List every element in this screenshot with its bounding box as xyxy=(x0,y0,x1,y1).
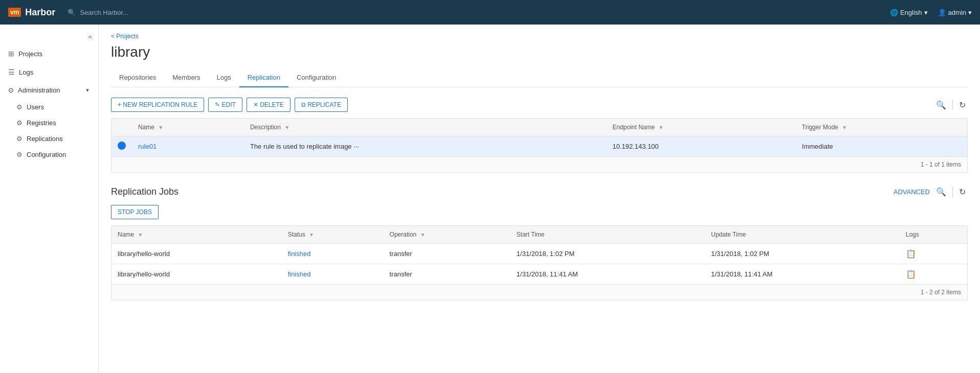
sidebar-subitems: ⚙ Users ⚙ Registries ⚙ Replications ⚙ Co… xyxy=(0,99,98,162)
sidebar-item-label: Logs xyxy=(19,68,33,76)
collapse-icon: « xyxy=(88,33,92,40)
sidebar-item-label: Projects xyxy=(18,50,42,58)
globe-icon: 🌐 xyxy=(890,9,898,16)
col-trigger[interactable]: Trigger Mode ▼ xyxy=(796,119,967,136)
replication-table-footer: 1 - 1 of 1 items xyxy=(112,156,967,172)
col-job-logs: Logs xyxy=(900,226,967,244)
sidebar: « ⊞ Projects ☰ Logs ⊙ Administration ▼ ⚙… xyxy=(0,25,99,373)
sidebar-subitem-configuration[interactable]: ⚙ Configuration xyxy=(8,147,98,162)
breadcrumb[interactable]: Projects xyxy=(111,33,968,40)
col-name[interactable]: Name ▼ xyxy=(132,119,244,136)
new-replication-rule-button[interactable]: + NEW REPLICATION RULE xyxy=(111,98,204,112)
sort-icon: ▼ xyxy=(284,125,289,130)
search-bar[interactable]: 🔍 Search Harbor... xyxy=(68,9,890,16)
sidebar-subitem-users[interactable]: ⚙ Users xyxy=(8,99,98,115)
sort-icon: ▼ xyxy=(659,125,664,130)
logo[interactable]: vm Harbor xyxy=(8,7,55,18)
replication-jobs-table-footer: 1 - 2 of 2 items xyxy=(112,284,967,300)
job-name: library/hello-world xyxy=(112,264,282,285)
job-logs-cell[interactable]: 📋 xyxy=(900,244,967,264)
job-operation: transfer xyxy=(384,264,510,285)
job-start-time: 1/31/2018, 11:41 AM xyxy=(510,264,705,285)
jobs-refresh-icon-button[interactable]: ↻ xyxy=(957,185,968,199)
admin-icon: ⊙ xyxy=(8,86,14,94)
projects-icon: ⊞ xyxy=(8,50,14,58)
tab-repositories[interactable]: Repositories xyxy=(111,68,164,87)
subitem-label: Configuration xyxy=(27,151,66,158)
rule-endpoint: 10.192.143.100 xyxy=(606,136,795,157)
sort-icon: ▼ xyxy=(842,125,847,130)
tab-members[interactable]: Members xyxy=(164,68,208,87)
col-job-update-time[interactable]: Update Time xyxy=(705,226,899,244)
logs-doc-icon[interactable]: 📋 xyxy=(906,270,916,278)
chevron-down-icon: ▾ xyxy=(968,9,972,16)
admin-arrow-icon: ▼ xyxy=(85,87,90,93)
rule-name[interactable]: rule01 xyxy=(132,136,244,157)
refresh-icon-button[interactable]: ↻ xyxy=(957,98,968,112)
table-row[interactable]: library/hello-world finished transfer 1/… xyxy=(112,264,967,285)
replications-icon: ⚙ xyxy=(16,135,23,143)
sort-icon: ▼ xyxy=(158,125,163,130)
sidebar-item-logs[interactable]: ☰ Logs xyxy=(0,63,98,81)
replicate-button[interactable]: ⧉ REPLICATE xyxy=(295,98,348,112)
topbar-right: 🌐 English ▾ 👤 admin ▾ xyxy=(890,9,972,16)
topbar: vm Harbor 🔍 Search Harbor... 🌐 English ▾… xyxy=(0,0,980,25)
jobs-search-icon-button[interactable]: 🔍 xyxy=(934,185,948,199)
col-job-operation[interactable]: Operation ▼ xyxy=(384,226,510,244)
col-job-start-time[interactable]: Start Time xyxy=(510,226,705,244)
col-description[interactable]: Description ▼ xyxy=(244,119,607,136)
tab-logs[interactable]: Logs xyxy=(208,68,239,87)
user-menu[interactable]: 👤 admin ▾ xyxy=(938,9,972,16)
table-row[interactable]: library/hello-world finished transfer 1/… xyxy=(112,244,967,264)
divider xyxy=(952,100,953,110)
users-icon: ⚙ xyxy=(16,103,23,111)
layout: « ⊞ Projects ☰ Logs ⊙ Administration ▼ ⚙… xyxy=(0,25,980,373)
vm-icon: vm xyxy=(8,8,21,17)
sidebar-subitem-registries[interactable]: ⚙ Registries xyxy=(8,115,98,131)
rule-description: The rule is used to replicate image ··· xyxy=(244,136,607,157)
sidebar-item-projects[interactable]: ⊞ Projects xyxy=(0,44,98,63)
col-job-name[interactable]: Name ▼ xyxy=(112,226,282,244)
user-icon: 👤 xyxy=(938,9,946,16)
replication-jobs-header: Replication Jobs ADVANCED 🔍 ↻ xyxy=(111,185,968,199)
sidebar-collapse-button[interactable]: « xyxy=(0,29,98,44)
advanced-link[interactable]: ADVANCED xyxy=(894,188,930,196)
replication-jobs-table: Name ▼ Status ▼ Operation ▼ Start Time xyxy=(111,225,968,300)
job-update-time: 1/31/2018, 11:41 AM xyxy=(705,264,899,285)
subitem-label: Registries xyxy=(27,119,56,127)
logs-doc-icon[interactable]: 📋 xyxy=(906,249,916,258)
job-status: finished xyxy=(282,244,384,264)
tab-replication[interactable]: Replication xyxy=(239,68,288,87)
sort-icon: ▼ xyxy=(138,232,143,238)
search-icon: 🔍 xyxy=(68,9,76,16)
language-label: English xyxy=(900,9,922,16)
search-icon-button[interactable]: 🔍 xyxy=(934,98,948,112)
tab-configuration[interactable]: Configuration xyxy=(288,68,344,87)
job-logs-cell[interactable]: 📋 xyxy=(900,264,967,285)
edit-button[interactable]: ✎ EDIT xyxy=(208,98,242,112)
radio-selected-icon xyxy=(118,142,126,150)
admin-label: Administration xyxy=(18,86,60,94)
sort-icon: ▼ xyxy=(309,232,314,238)
stop-jobs-button[interactable]: STOP JOBS xyxy=(111,205,159,219)
logs-icon: ☰ xyxy=(8,68,15,76)
tabs: Repositories Members Logs Replication Co… xyxy=(111,68,968,87)
delete-button[interactable]: ✕ DELETE xyxy=(247,98,291,112)
col-job-status[interactable]: Status ▼ xyxy=(282,226,384,244)
chevron-down-icon: ▾ xyxy=(924,9,928,16)
table-row[interactable]: rule01 The rule is used to replicate ima… xyxy=(112,136,967,157)
sort-icon: ▼ xyxy=(420,232,426,238)
language-selector[interactable]: 🌐 English ▾ xyxy=(890,9,928,16)
col-endpoint[interactable]: Endpoint Name ▼ xyxy=(606,119,795,136)
job-operation: transfer xyxy=(384,244,510,264)
job-status: finished xyxy=(282,264,384,285)
job-update-time: 1/31/2018, 1:02 PM xyxy=(705,244,899,264)
sidebar-section-administration[interactable]: ⊙ Administration ▼ xyxy=(0,81,98,99)
job-start-time: 1/31/2018, 1:02 PM xyxy=(510,244,705,264)
select-cell xyxy=(112,136,132,157)
sidebar-subitem-replications[interactable]: ⚙ Replications xyxy=(8,131,98,147)
subitem-label: Replications xyxy=(27,135,63,143)
divider xyxy=(952,187,953,197)
job-name: library/hello-world xyxy=(112,244,282,264)
configuration-icon: ⚙ xyxy=(16,151,23,158)
